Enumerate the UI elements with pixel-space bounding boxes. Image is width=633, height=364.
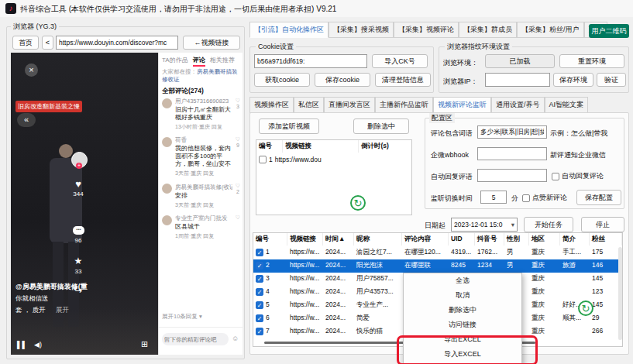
tab-related[interactable]: 相关推荐	[210, 56, 235, 67]
video-player[interactable]: × « 旧房改造翻新基装之慢 + ♥ 344 ••• 96 ★ 33 ↪ @房易…	[11, 53, 158, 355]
top-tab-【引流】自动化操作区[interactable]: 【引流】自动化操作区	[249, 22, 329, 38]
mid-tab-私信区[interactable]: 私信区	[294, 97, 324, 113]
comment-icon[interactable]: •••	[73, 226, 84, 235]
row-checkbox[interactable]: ✓	[256, 249, 263, 256]
switch-time-input[interactable]	[480, 191, 507, 204]
verify-button[interactable]: 验证	[597, 73, 626, 87]
home-button[interactable]: 首页	[12, 36, 39, 50]
vertical-scrollbar[interactable]	[618, 247, 622, 340]
comment-item: 荷香我的他想装修，套内面积不多100的平方，鹏哥，坐山安不3天前·重庆 回复♡9	[162, 136, 240, 177]
row-checkbox[interactable]: ✓	[256, 262, 263, 270]
volume-icon[interactable]: ◀)	[34, 341, 42, 349]
like-icon: ♡3	[236, 98, 240, 131]
menu-item-导出EXCEL[interactable]: 导出EXCEL	[404, 332, 521, 347]
wbhook-label: 企微wbhook	[431, 150, 469, 160]
table-cell: 2024...	[323, 312, 354, 325]
monitor-row-checkbox[interactable]	[259, 156, 267, 163]
floor-shade	[11, 308, 158, 355]
start-task-button[interactable]: 开始任务	[524, 217, 573, 232]
row-checkbox[interactable]: ✓	[256, 301, 263, 309]
monitor-header-num: 编号	[256, 140, 283, 153]
menu-item-删除选中[interactable]: 删除选中	[404, 303, 521, 318]
star-icon[interactable]: ★	[70, 256, 87, 266]
stop-button[interactable]: 停止	[581, 217, 624, 232]
tab-ta-works[interactable]: TA的作品	[162, 56, 188, 67]
clear-login-button[interactable]: 清理登陆信息	[375, 73, 431, 87]
row-checkbox[interactable]: ✓	[256, 275, 263, 283]
top-tab-【采集】视频评论[interactable]: 【采集】视频评论	[394, 22, 459, 38]
monitor-header-link: 视频链接	[283, 140, 359, 153]
refresh-icon[interactable]: ↻	[578, 300, 593, 316]
row-checkbox[interactable]: ✓	[256, 328, 263, 335]
comment-input[interactable]	[162, 333, 229, 345]
table-cell: https://w...	[287, 259, 323, 272]
avatar	[162, 98, 172, 108]
top-tab-【采集】群成员[interactable]: 【采集】群成员	[459, 22, 517, 38]
mid-tab-通用设置/养号[interactable]: 通用设置/养号	[491, 97, 545, 113]
emoji-icon[interactable]: ☺	[232, 335, 239, 342]
prev-video-icon[interactable]: «	[17, 113, 36, 127]
row-checkbox[interactable]: ✓	[256, 288, 263, 296]
table-cell: 重庆	[529, 299, 560, 311]
menu-item-访问链接[interactable]: 访问链接	[404, 318, 521, 332]
save-env-button[interactable]: 保存环境	[553, 73, 593, 87]
top-tab-【采集】粉丝/用户[interactable]: 【采集】粉丝/用户	[517, 22, 584, 38]
top-tab-【采集】搜采视频[interactable]: 【采集】搜采视频	[329, 22, 394, 38]
user-qrcode-button[interactable]: 用户二维码	[589, 24, 629, 38]
fullscreen-grid-icon[interactable]: ⊞	[141, 339, 148, 349]
keyword-hint: 示例：怎么做|带我	[550, 129, 607, 139]
tab-comments[interactable]: 评论	[193, 56, 205, 67]
menu-item-全选[interactable]: 全选	[404, 273, 521, 288]
auto-reply-checkbox[interactable]: 自动回复评论	[552, 171, 604, 181]
row-checkbox[interactable]: ✓	[256, 314, 263, 322]
like-new-comment-checkbox-box[interactable]	[522, 194, 530, 202]
auto-reply-input[interactable]	[477, 169, 547, 182]
mid-tab-视频新评论监听[interactable]: 视频新评论监听	[433, 97, 491, 113]
ck-input[interactable]	[254, 54, 367, 68]
caption-handle[interactable]: @房易美鹏哥搞装修(重	[15, 282, 88, 292]
date-select[interactable]: 2023-12-01 15:0 ▾	[451, 218, 518, 232]
menu-item-导入EXCEL[interactable]: 导入EXCEL	[404, 347, 521, 362]
search-suggestion[interactable]: 大家都在搜：房易美鹏哥搞装修收证	[162, 68, 239, 84]
delete-selected-button[interactable]: 删除选中	[353, 118, 409, 134]
monitor-row[interactable]: 1 https://www.dou	[259, 156, 322, 163]
keyword-input[interactable]	[477, 125, 547, 139]
mid-tab-直播间发言区[interactable]: 直播间发言区	[324, 97, 375, 113]
back-button[interactable]: <	[42, 36, 53, 50]
caption-expand-button[interactable]: 展开	[56, 306, 69, 315]
table-row[interactable]: ✓2https://w...2024...阳光泡沫在哪里联82451234男重庆…	[253, 259, 622, 273]
wbhook-input[interactable]	[477, 147, 547, 160]
mid-tab-AI智能文案[interactable]: AI智能文案	[545, 97, 589, 113]
comment-text: 我的他想装修，套内面积不多100的平方，鹏哥，坐山安不	[175, 145, 232, 168]
url-input[interactable]	[56, 36, 178, 50]
video-link-button[interactable]: ←视频链接	[183, 36, 240, 50]
monitor-list[interactable]: 编号 视频链接 倒计时(s) 1 https://www.dou	[256, 139, 412, 215]
import-ck-button[interactable]: 导入CK号	[372, 54, 428, 68]
mid-tab-主播新作品监听[interactable]: 主播新作品监听	[375, 97, 433, 113]
auto-reply-checkbox-box[interactable]	[552, 173, 559, 180]
table-row[interactable]: ✓1https://w...2024...渝园之红7...在哪里120...43…	[253, 246, 622, 259]
top-tabbar: 【引流】自动化操作区【采集】搜采视频【采集】视频评论【采集】群成员【采集】粉丝/…	[249, 25, 607, 38]
menu-item-取消[interactable]: 取消	[404, 288, 521, 303]
get-cookie-button[interactable]: 获取cookie	[254, 73, 310, 87]
column-header: 简介	[560, 233, 590, 246]
close-icon[interactable]: ×	[25, 64, 38, 77]
context-menu: 全选取消删除选中访问链接导出EXCEL导入EXCEL ★添加勾选到[私信区]	[403, 273, 522, 364]
column-header[interactable]: 时间▲	[323, 233, 354, 246]
mid-tab-视频操作区[interactable]: 视频操作区	[249, 97, 294, 113]
expand-replies-button[interactable]: 展开10条回复 ▾	[162, 313, 202, 321]
mid-tabbar: 视频操作区私信区直播间发言区主播新作品监听视频新评论监听通用设置/养号AI智能文…	[249, 99, 588, 113]
star-count: 33	[70, 268, 87, 275]
pause-icon[interactable]: ▌▌	[17, 341, 27, 349]
reset-env-button[interactable]: 重置环境	[559, 54, 624, 68]
browser-ip-input[interactable]	[485, 73, 550, 87]
add-monitor-video-button[interactable]: 添加监听视频	[259, 118, 319, 134]
follow-plus-icon[interactable]: +	[76, 163, 82, 169]
save-config-button[interactable]: 保存配置	[576, 190, 621, 205]
save-cookie-button[interactable]: 保存cookie	[315, 73, 370, 87]
caption-line2: 你就相信送	[15, 294, 49, 304]
refresh-icon[interactable]: ↻	[350, 195, 366, 211]
like-icon[interactable]: ♥	[70, 178, 87, 190]
table-cell: 266	[590, 325, 622, 338]
like-new-comment-checkbox[interactable]: 点赞新评论	[522, 193, 567, 203]
